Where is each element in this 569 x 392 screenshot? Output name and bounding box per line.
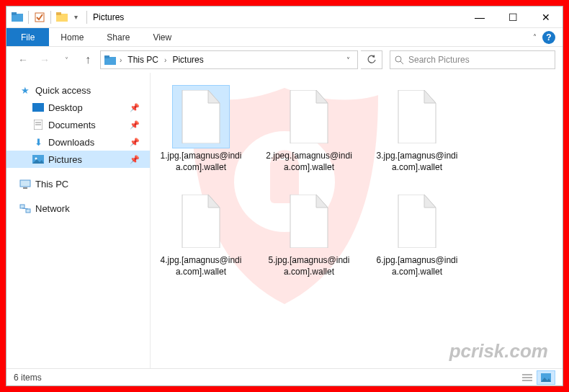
properties-icon[interactable]: [33, 11, 46, 24]
recent-dropdown[interactable]: ˅: [57, 50, 76, 69]
navigation-pane: ★ Quick access Desktop 📌 Documents 📌 ⬇ D…: [6, 73, 151, 368]
sidebar-item-downloads[interactable]: ⬇ Downloads 📌: [6, 133, 150, 151]
help-icon[interactable]: ?: [542, 31, 555, 44]
file-item[interactable]: 2.jpeg.[amagnus@india.com].wallet: [266, 86, 352, 173]
search-input[interactable]: Search Pictures: [390, 50, 555, 69]
svg-line-19: [22, 208, 28, 209]
svg-rect-15: [20, 180, 30, 187]
window-title: Pictures: [89, 12, 124, 22]
blank-file-icon: [389, 190, 445, 252]
ribbon: File Home Share View ˄ ?: [6, 28, 563, 47]
quick-access-toolbar: ▾: [6, 11, 85, 24]
file-name: 2.jpeg.[amagnus@india.com].wallet: [266, 151, 352, 173]
svg-rect-17: [20, 205, 24, 208]
file-name: 5.jpg.[amagnus@india.com].wallet: [266, 255, 352, 277]
breadcrumb-pictures[interactable]: Pictures: [169, 55, 206, 65]
qat-dropdown-icon[interactable]: ▾: [71, 13, 81, 21]
blank-file-icon: [281, 86, 337, 148]
sidebar-network[interactable]: Network: [6, 200, 150, 217]
search-icon: [395, 55, 404, 65]
blank-file-icon: [173, 86, 229, 148]
explorer-window: ▾ Pictures — ☐ ✕ File Home Share View ˄ …: [6, 6, 563, 386]
breadcrumb-thispc[interactable]: This PC: [125, 55, 161, 65]
blank-file-icon: [173, 190, 229, 252]
pin-icon: 📌: [130, 120, 140, 130]
file-pane[interactable]: 1.jpg.[amagnus@india.com].wallet 2.jpeg.…: [151, 73, 563, 368]
file-item[interactable]: 3.jpg.[amagnus@india.com].wallet: [374, 86, 460, 173]
file-name: 3.jpg.[amagnus@india.com].wallet: [374, 151, 460, 173]
downloads-icon: ⬇: [32, 136, 44, 148]
svg-rect-4: [56, 12, 61, 15]
tab-share[interactable]: Share: [95, 28, 141, 46]
chevron-right-icon[interactable]: ›: [118, 56, 123, 64]
tab-home[interactable]: Home: [49, 28, 95, 46]
window-controls: — ☐ ✕: [463, 6, 563, 28]
thumbnails-view-button[interactable]: [537, 370, 555, 385]
svg-rect-16: [23, 187, 27, 189]
minimize-button[interactable]: —: [463, 6, 496, 28]
refresh-button[interactable]: [361, 50, 382, 69]
details-view-button[interactable]: [518, 370, 537, 385]
blank-file-icon: [389, 86, 445, 148]
file-name: 1.jpg.[amagnus@india.com].wallet: [158, 151, 244, 173]
desktop-icon: [32, 102, 44, 113]
sidebar-item-pictures[interactable]: Pictures 📌: [6, 151, 150, 168]
pin-icon: 📌: [130, 138, 140, 147]
file-item[interactable]: 1.jpg.[amagnus@india.com].wallet: [158, 86, 244, 173]
close-button[interactable]: ✕: [529, 6, 563, 28]
svg-point-7: [395, 56, 401, 62]
tab-view[interactable]: View: [141, 28, 183, 46]
back-button[interactable]: ←: [14, 50, 32, 69]
title-bar: ▾ Pictures — ☐ ✕: [6, 6, 563, 28]
new-folder-icon[interactable]: [55, 11, 68, 24]
svg-rect-6: [104, 55, 109, 58]
sidebar-item-desktop[interactable]: Desktop 📌: [6, 99, 150, 116]
file-item[interactable]: 6.jpg.[amagnus@india.com].wallet: [374, 190, 460, 277]
file-name: 6.jpg.[amagnus@india.com].wallet: [374, 255, 460, 277]
address-dropdown-icon[interactable]: ˅: [342, 56, 354, 64]
computer-icon: [19, 178, 31, 190]
sidebar-this-pc[interactable]: This PC: [6, 175, 150, 192]
documents-icon: [32, 119, 44, 130]
folder-icon: [11, 11, 24, 24]
file-menu[interactable]: File: [6, 28, 49, 46]
ribbon-collapse-icon[interactable]: ˄: [533, 33, 537, 41]
navigation-bar: ← → ˅ ↑ › This PC › Pictures ˅ Search Pi…: [6, 47, 563, 73]
address-bar[interactable]: › This PC › Pictures ˅: [100, 50, 358, 69]
body: ★ Quick access Desktop 📌 Documents 📌 ⬇ D…: [6, 73, 563, 368]
quick-access-header[interactable]: ★ Quick access: [6, 81, 150, 99]
file-name: 4.jpg.[amagnus@india.com].wallet: [158, 255, 244, 277]
maximize-button[interactable]: ☐: [496, 6, 529, 28]
file-item[interactable]: 4.jpg.[amagnus@india.com].wallet: [158, 190, 244, 277]
file-item[interactable]: 5.jpg.[amagnus@india.com].wallet: [266, 190, 352, 277]
svg-line-8: [400, 61, 403, 64]
item-count: 6 items: [14, 373, 42, 383]
chevron-right-icon[interactable]: ›: [163, 56, 168, 64]
blank-file-icon: [281, 190, 337, 252]
pictures-icon: [32, 153, 44, 165]
pin-icon: 📌: [130, 103, 140, 112]
svg-rect-9: [32, 103, 44, 112]
up-button[interactable]: ↑: [79, 50, 97, 69]
svg-rect-18: [26, 209, 30, 213]
star-icon: ★: [19, 84, 31, 96]
status-bar: 6 items: [6, 368, 563, 386]
pin-icon: 📌: [130, 155, 140, 164]
network-icon: [19, 202, 31, 214]
pictures-folder-icon: [104, 53, 117, 66]
forward-button[interactable]: →: [35, 50, 54, 69]
sidebar-item-documents[interactable]: Documents 📌: [6, 116, 150, 133]
search-placeholder: Search Pictures: [408, 55, 470, 65]
svg-rect-1: [12, 12, 17, 15]
